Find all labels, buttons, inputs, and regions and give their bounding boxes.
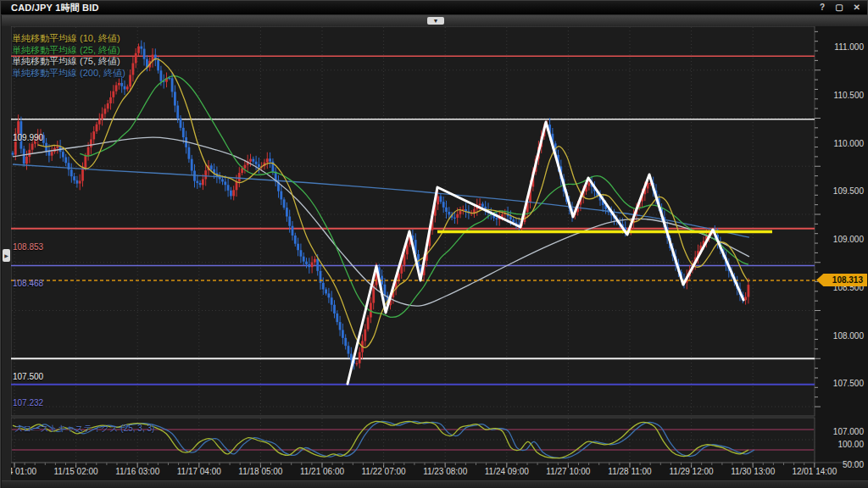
price-level-label: 107.232 <box>13 398 43 408</box>
close-button[interactable]: ✕ <box>854 3 860 12</box>
x-axis-label: 11/17 04:00 <box>177 467 221 476</box>
window-controls: ? ▢ ✕ <box>820 3 860 12</box>
chart-window: CAD/JPY 1時間 BID ? ▢ ✕ ▼ ▶ 単純移動平均線 (10, 終… <box>0 0 868 488</box>
y-axis-label: 109.000 <box>833 235 864 245</box>
x-axis-label: 11/22 07:00 <box>362 467 406 476</box>
chevron-down-icon: ▼ <box>433 18 439 24</box>
price-level-label: 107.500 <box>13 372 43 382</box>
legend-item-sma75: 単純移動平均線 (75, 終値) <box>12 56 125 68</box>
stochastic-axis-label: 100.00 <box>837 440 864 450</box>
x-axis-label: 11/27 10:00 <box>546 467 590 476</box>
x-axis-label: 11/15 02:00 <box>54 467 98 476</box>
stochastic-legend: スローストキャスティクス (25, 3, 3) <box>14 423 154 435</box>
legend-item-sma10: 単純移動平均線 (10, 終値) <box>12 33 125 45</box>
x-axis-label: 11/28 11:00 <box>608 467 651 476</box>
y-axis-label: 107.000 <box>833 427 864 437</box>
price-level-label: 108.853 <box>13 242 43 252</box>
x-axis-label: 11/29 12:00 <box>670 467 714 476</box>
candlestick-chart[interactable] <box>1 26 868 488</box>
chart-area[interactable]: ▶ 単純移動平均線 (10, 終値) 単純移動平均線 (25, 終値) 単純移動… <box>1 26 868 488</box>
x-axis-label: 11/18 05:00 <box>238 467 282 476</box>
x-axis-label: 11/23 08:00 <box>423 467 467 476</box>
y-axis-label: 110.000 <box>834 139 864 149</box>
help-button[interactable]: ? <box>820 3 825 12</box>
x-axis-label: 11/14 01:00 <box>11 467 36 476</box>
x-axis-label: 11/16 03:00 <box>115 467 159 476</box>
y-axis-label: 107.500 <box>833 379 864 389</box>
price-level-label: 109.990 <box>13 133 43 143</box>
titlebar[interactable]: CAD/JPY 1時間 BID ? ▢ ✕ <box>1 1 867 15</box>
price-level-label: 108.468 <box>13 279 43 289</box>
maximize-button[interactable]: ▢ <box>835 3 843 12</box>
splitter-arrow-button[interactable]: ▶ <box>3 249 10 262</box>
window-title: CAD/JPY 1時間 BID <box>11 2 99 14</box>
current-price-badge: 108.313 <box>816 274 867 286</box>
x-axis[interactable]: 11/14 01:0011/15 02:0011/16 03:0011/17 0… <box>11 465 864 479</box>
y-axis-label: 111.000 <box>834 42 864 53</box>
y-axis-label: 109.500 <box>833 186 864 197</box>
x-axis-label: 11/30 13:00 <box>731 467 775 476</box>
x-axis-label: 11/21 06:00 <box>300 467 344 476</box>
ma-legend: 単純移動平均線 (10, 終値) 単純移動平均線 (25, 終値) 単純移動平均… <box>12 33 125 79</box>
legend-item-sma25: 単純移動平均線 (25, 終値) <box>12 45 125 57</box>
y-axis-label: 108.000 <box>833 331 864 341</box>
window-resize-strip[interactable] <box>2 480 868 488</box>
y-axis-label: 110.500 <box>834 91 864 101</box>
panel-collapse-button[interactable]: ▼ <box>427 17 444 25</box>
chart-background <box>1 26 868 488</box>
x-axis-label: 12/01 14:00 <box>792 467 837 476</box>
arrow-right-icon: ▶ <box>4 253 8 258</box>
legend-item-sma200: 単純移動平均線 (200, 終値) <box>12 68 125 80</box>
x-axis-label: 11/24 09:00 <box>485 467 529 476</box>
current-price-value: 108.313 <box>832 275 863 285</box>
toolbar: ▼ <box>2 15 868 27</box>
